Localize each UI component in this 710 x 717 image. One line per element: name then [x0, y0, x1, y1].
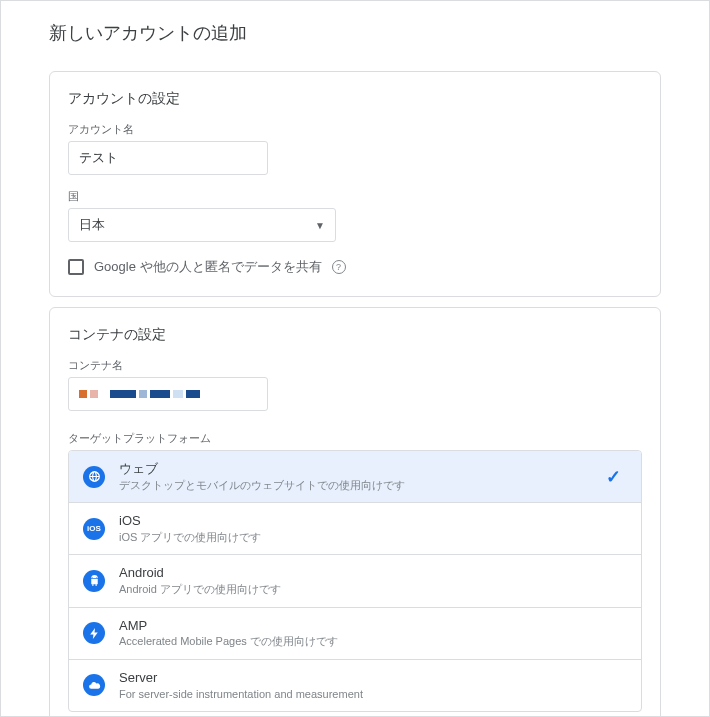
platform-label: ターゲットプラットフォーム: [68, 431, 642, 446]
help-icon[interactable]: ?: [332, 260, 346, 274]
account-settings-panel: アカウントの設定 アカウント名 国 日本 ▼ Google や他の人と匿名でデー…: [49, 71, 661, 297]
platform-option-android[interactable]: Android Android アプリでの使用向けです: [69, 555, 641, 607]
share-data-label: Google や他の人と匿名でデータを共有: [94, 258, 322, 276]
account-section-title: アカウントの設定: [68, 90, 642, 108]
platform-desc: Accelerated Mobile Pages での使用向けです: [119, 634, 627, 648]
country-label: 国: [68, 189, 642, 204]
share-data-checkbox-row[interactable]: Google や他の人と匿名でデータを共有 ?: [68, 258, 642, 276]
country-value: 日本: [79, 216, 105, 234]
bolt-icon: [83, 622, 105, 644]
container-settings-panel: コンテナの設定 コンテナ名 ターゲットプラットフォーム ウェブ デスクトップとモ…: [49, 307, 661, 717]
platform-name: Server: [119, 670, 627, 687]
platform-name: iOS: [119, 513, 627, 530]
platform-desc: iOS アプリでの使用向けです: [119, 530, 627, 544]
platform-desc: Android アプリでの使用向けです: [119, 582, 627, 596]
container-section-title: コンテナの設定: [68, 326, 642, 344]
container-name-input[interactable]: [68, 377, 268, 411]
platform-option-server[interactable]: Server For server-side instrumentation a…: [69, 660, 641, 711]
country-select[interactable]: 日本 ▼: [68, 208, 336, 242]
check-icon: ✓: [606, 466, 621, 488]
platform-desc: For server-side instrumentation and meas…: [119, 687, 627, 701]
platform-desc: デスクトップとモバイルのウェブサイトでの使用向けです: [119, 478, 592, 492]
platform-option-amp[interactable]: AMP Accelerated Mobile Pages での使用向けです: [69, 608, 641, 660]
platform-option-web[interactable]: ウェブ デスクトップとモバイルのウェブサイトでの使用向けです ✓: [69, 451, 641, 503]
container-name-label: コンテナ名: [68, 358, 642, 373]
android-icon: [83, 570, 105, 592]
platform-list: ウェブ デスクトップとモバイルのウェブサイトでの使用向けです ✓ iOS iOS…: [68, 450, 642, 712]
globe-icon: [83, 466, 105, 488]
page-title: 新しいアカウントの追加: [1, 1, 709, 61]
ios-icon: iOS: [83, 518, 105, 540]
cloud-icon: [83, 674, 105, 696]
platform-name: AMP: [119, 618, 627, 635]
chevron-down-icon: ▼: [315, 220, 325, 231]
platform-option-ios[interactable]: iOS iOS iOS アプリでの使用向けです: [69, 503, 641, 555]
account-name-label: アカウント名: [68, 122, 642, 137]
account-name-input[interactable]: [68, 141, 268, 175]
platform-name: Android: [119, 565, 627, 582]
platform-name: ウェブ: [119, 461, 592, 478]
checkbox-icon[interactable]: [68, 259, 84, 275]
